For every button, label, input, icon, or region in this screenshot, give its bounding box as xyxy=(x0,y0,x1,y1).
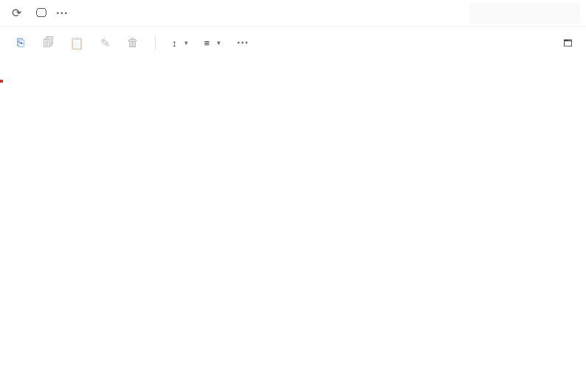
preview-button[interactable]: 🗔 xyxy=(563,38,576,49)
sort-button[interactable]: ↕ ▾ xyxy=(168,35,193,52)
col-size[interactable] xyxy=(362,66,406,72)
address-bar: ⟳ 🖵 ··· xyxy=(0,0,586,27)
separator xyxy=(155,35,156,50)
copy-icon[interactable]: 🗐 xyxy=(38,32,59,53)
columns-header xyxy=(0,59,586,80)
more-icon[interactable]: ··· xyxy=(232,32,253,53)
toolbar: ⎘ 🗐 📋 ✎ 🗑 ↕ ▾ ≡ ▾ ··· 🗔 xyxy=(0,27,586,59)
view-button[interactable]: ≡ ▾ xyxy=(200,35,226,52)
col-name[interactable] xyxy=(25,66,226,72)
refresh-icon[interactable]: ⟳ xyxy=(6,3,27,24)
monitor-icon[interactable]: 🖵 xyxy=(31,3,52,24)
paste-icon[interactable]: 📋 xyxy=(66,32,87,53)
new-icon[interactable]: ⎘ xyxy=(10,32,31,53)
search-input[interactable] xyxy=(469,3,580,24)
overflow-icon[interactable]: ··· xyxy=(56,7,68,20)
col-type[interactable] xyxy=(286,66,362,72)
rename-icon[interactable]: ✎ xyxy=(94,32,115,53)
col-date[interactable] xyxy=(226,66,286,72)
delete-icon[interactable]: 🗑 xyxy=(123,32,143,53)
annotation-box xyxy=(0,80,3,83)
